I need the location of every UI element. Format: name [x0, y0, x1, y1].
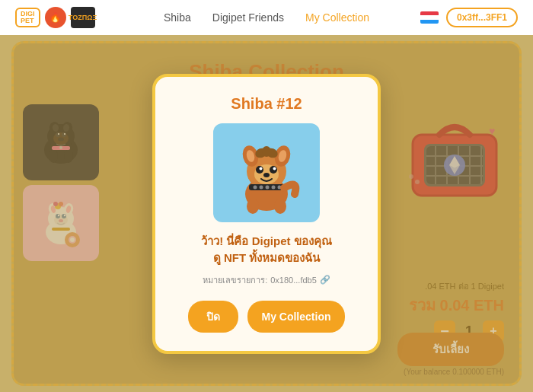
svg-point-68	[263, 173, 270, 177]
page-container: Shiba Collection รับ NFT ลูนัย Shiba uu …	[11, 41, 522, 386]
header: DIGI PET 🔥 TOZΠΩΞ Shiba Digipet Friends …	[0, 0, 533, 35]
svg-point-66	[260, 167, 263, 170]
address-value: 0x180...fdb5	[270, 276, 317, 285]
main-nav: Shiba Digipet Friends My Collection	[164, 11, 369, 24]
shiba12-svg	[217, 127, 316, 218]
wallet-button[interactable]: 0x3ff...3FF1	[446, 8, 518, 27]
toz-logo: TOZΠΩΞ	[71, 7, 95, 28]
address-label: หมายเลขรายการ:	[203, 273, 267, 287]
modal-title: Shiba #12	[177, 95, 356, 113]
svg-point-70	[254, 185, 257, 189]
link-icon[interactable]: 🔗	[320, 275, 330, 285]
modal-pet-image	[213, 123, 320, 222]
svg-point-64	[256, 166, 263, 174]
thailand-flag-icon[interactable]	[420, 11, 439, 24]
modal-actions: ปิด My Collection	[177, 301, 356, 333]
svg-point-76	[274, 199, 286, 214]
main-content: Shiba Collection รับ NFT ลูนัย Shiba uu …	[0, 35, 533, 392]
svg-point-71	[260, 185, 263, 189]
logo-area: DIGI PET 🔥 TOZΠΩΞ	[15, 7, 95, 28]
digipet-logo: DIGI PET	[15, 8, 40, 27]
svg-point-75	[247, 199, 259, 214]
svg-point-67	[273, 167, 276, 170]
modal-overlay: Shiba #12	[14, 43, 519, 384]
nav-my-collection[interactable]: My Collection	[305, 11, 369, 24]
modal-address: หมายเลขรายการ: 0x180...fdb5 🔗	[177, 273, 356, 287]
modal-close-button[interactable]: ปิด	[188, 301, 238, 333]
svg-point-72	[266, 185, 270, 189]
modal-message: ว้าว! นี่คือ Digipet ของคุณ ดู NFT ทั้งห…	[177, 233, 356, 267]
modal-collection-button[interactable]: My Collection	[247, 301, 344, 333]
nav-shiba[interactable]: Shiba	[164, 11, 191, 24]
header-right: 0x3ff...3FF1	[420, 8, 518, 27]
modal-dialog: Shiba #12	[152, 74, 381, 354]
nav-digipet-friends[interactable]: Digipet Friends	[212, 11, 284, 24]
fire-icon: 🔥	[45, 7, 66, 28]
svg-point-65	[270, 166, 277, 174]
svg-point-73	[272, 185, 276, 189]
